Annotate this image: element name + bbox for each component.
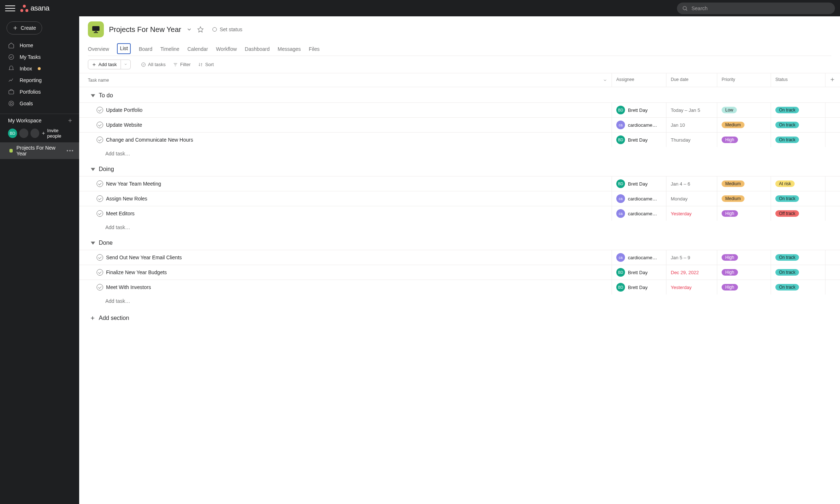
status-pill[interactable]: On track xyxy=(775,137,799,143)
due-date[interactable]: Jan 10 xyxy=(671,122,685,128)
add-task-inline[interactable]: Add task… xyxy=(79,147,840,161)
sort-button[interactable]: Sort xyxy=(196,60,216,69)
complete-toggle[interactable] xyxy=(97,180,103,187)
complete-toggle[interactable] xyxy=(97,107,103,113)
page-title[interactable]: Projects For New Year xyxy=(109,25,181,34)
due-date[interactable]: Jan 5 – 9 xyxy=(671,255,690,260)
task-row[interactable]: Update Websitecacardiocame…Jan 10MediumO… xyxy=(79,117,840,132)
nav-portfolios[interactable]: Portfolios xyxy=(0,86,79,98)
task-row[interactable]: Assign New Rolescacardiocame…MondayMediu… xyxy=(79,191,840,206)
section-header[interactable]: Doing xyxy=(79,161,840,176)
assignee-avatar[interactable]: ca xyxy=(616,209,625,218)
priority-pill[interactable]: High xyxy=(722,284,738,290)
all-tasks-filter[interactable]: All tasks xyxy=(139,60,168,69)
member-avatar[interactable]: BD xyxy=(8,129,17,138)
complete-toggle[interactable] xyxy=(97,210,103,217)
more-icon[interactable]: ••• xyxy=(66,148,74,154)
nav-goals[interactable]: Goals xyxy=(0,98,79,109)
assignee-avatar[interactable]: ca xyxy=(616,121,625,129)
nav-mytasks[interactable]: My Tasks xyxy=(0,51,79,63)
complete-toggle[interactable] xyxy=(97,269,103,276)
filter-button[interactable]: Filter xyxy=(171,60,193,69)
task-row[interactable]: Finalize New Year BudgetsBDBrett DayDec … xyxy=(79,265,840,280)
complete-toggle[interactable] xyxy=(97,195,103,202)
assignee-avatar[interactable]: ca xyxy=(616,253,625,262)
tab-timeline[interactable]: Timeline xyxy=(161,43,179,56)
assignee-avatar[interactable]: BD xyxy=(616,135,625,144)
task-row[interactable]: Meet With InvestorsBDBrett DayYesterdayH… xyxy=(79,280,840,294)
tab-overview[interactable]: Overview xyxy=(88,43,109,56)
status-pill[interactable]: On track xyxy=(775,284,799,290)
chevron-down-icon[interactable] xyxy=(603,78,607,82)
nav-inbox[interactable]: Inbox xyxy=(0,63,79,74)
status-pill[interactable]: Off track xyxy=(775,210,799,217)
priority-pill[interactable]: High xyxy=(722,269,738,276)
due-date[interactable]: Dec 29, 2022 xyxy=(671,270,699,275)
due-date[interactable]: Jan 4 – 6 xyxy=(671,181,690,187)
search-input[interactable]: Search xyxy=(677,3,835,14)
status-pill[interactable]: On track xyxy=(775,107,799,113)
sidebar-project-item[interactable]: Projects For New Year ••• xyxy=(0,142,79,159)
task-row[interactable]: Change and Communicate New HoursBDBrett … xyxy=(79,132,840,147)
tab-board[interactable]: Board xyxy=(139,43,152,56)
assignee-avatar[interactable]: BD xyxy=(616,179,625,188)
status-pill[interactable]: On track xyxy=(775,254,799,261)
priority-pill[interactable]: Medium xyxy=(722,180,744,187)
status-pill[interactable]: At risk xyxy=(775,180,795,187)
priority-pill[interactable]: Medium xyxy=(722,122,744,128)
col-priority[interactable]: Priority xyxy=(717,73,771,87)
col-task-name[interactable]: Task name xyxy=(79,73,612,87)
invite-people-button[interactable]: Invite people xyxy=(41,128,73,139)
tab-list[interactable]: List xyxy=(117,43,131,54)
complete-toggle[interactable] xyxy=(97,122,103,128)
priority-pill[interactable]: High xyxy=(722,254,738,261)
assignee-avatar[interactable]: ca xyxy=(616,194,625,203)
tab-workflow[interactable]: Workflow xyxy=(216,43,237,56)
status-pill[interactable]: On track xyxy=(775,269,799,276)
menu-toggle-icon[interactable] xyxy=(5,3,15,13)
tab-calendar[interactable]: Calendar xyxy=(187,43,208,56)
section-header[interactable]: Done xyxy=(79,235,840,250)
add-task-inline[interactable]: Add task… xyxy=(79,294,840,308)
priority-pill[interactable]: High xyxy=(722,137,738,143)
col-due-date[interactable]: Due date xyxy=(666,73,717,87)
complete-toggle[interactable] xyxy=(97,137,103,143)
due-date[interactable]: Monday xyxy=(671,196,687,202)
col-add[interactable] xyxy=(825,73,840,87)
add-task-button[interactable]: Add task xyxy=(88,60,121,69)
add-task-dropdown[interactable] xyxy=(121,60,131,69)
nav-home[interactable]: Home xyxy=(0,40,79,51)
add-section-button[interactable]: Add section xyxy=(79,308,840,329)
tab-messages[interactable]: Messages xyxy=(278,43,301,56)
workspace-header[interactable]: My Workspace xyxy=(0,114,79,126)
task-row[interactable]: Send Out New Year Email Clientscacardioc… xyxy=(79,250,840,265)
task-row[interactable]: New Year Team MeetingBDBrett DayJan 4 – … xyxy=(79,176,840,191)
assignee-avatar[interactable]: BD xyxy=(616,106,625,114)
star-icon[interactable] xyxy=(197,26,204,33)
due-date[interactable]: Yesterday xyxy=(671,211,691,216)
tab-dashboard[interactable]: Dashboard xyxy=(245,43,270,56)
assignee-avatar[interactable]: BD xyxy=(616,283,625,292)
due-date[interactable]: Today – Jan 5 xyxy=(671,107,700,113)
due-date[interactable]: Yesterday xyxy=(671,285,691,290)
complete-toggle[interactable] xyxy=(97,254,103,261)
member-avatar-placeholder[interactable] xyxy=(19,129,28,138)
tab-files[interactable]: Files xyxy=(309,43,320,56)
nav-reporting[interactable]: Reporting xyxy=(0,74,79,86)
set-status-button[interactable]: Set status xyxy=(212,27,242,32)
task-row[interactable]: Meet Editorscacardiocame…YesterdayHighOf… xyxy=(79,206,840,221)
section-header[interactable]: To do xyxy=(79,87,840,102)
chevron-down-icon[interactable] xyxy=(186,27,192,32)
priority-pill[interactable]: Low xyxy=(722,107,737,113)
priority-pill[interactable]: Medium xyxy=(722,195,744,202)
col-status[interactable]: Status xyxy=(771,73,825,87)
project-icon[interactable] xyxy=(88,21,104,37)
plus-icon[interactable] xyxy=(68,118,73,123)
priority-pill[interactable]: High xyxy=(722,210,738,217)
add-task-inline[interactable]: Add task… xyxy=(79,221,840,235)
col-assignee[interactable]: Assignee xyxy=(612,73,666,87)
task-row[interactable]: Update PortfolioBDBrett DayToday – Jan 5… xyxy=(79,102,840,117)
create-button[interactable]: Create xyxy=(7,21,42,34)
complete-toggle[interactable] xyxy=(97,284,103,290)
due-date[interactable]: Thursday xyxy=(671,137,690,143)
